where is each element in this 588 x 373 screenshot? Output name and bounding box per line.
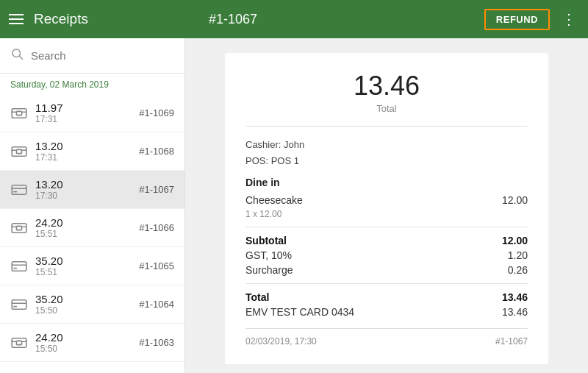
- search-bar: [0, 38, 184, 74]
- svg-rect-2: [12, 108, 26, 117]
- receipt-item-amount: 13.20: [35, 140, 132, 152]
- receipt-item-amount: 13.20: [35, 178, 132, 191]
- receipt-item-time: 15:51: [35, 267, 132, 277]
- receipt-item-time: 15:50: [35, 305, 132, 316]
- receipt-total-section: 13.46 Total: [245, 71, 528, 127]
- cashier-line: Cashier: John: [245, 137, 528, 153]
- cash-icon: [10, 146, 28, 157]
- divider-2: [245, 283, 528, 284]
- gst-value: 1.20: [508, 249, 528, 261]
- receipt-list-item[interactable]: 35.20 15:50#1-1064: [0, 285, 184, 324]
- dine-type: Dine in: [245, 177, 528, 188]
- receipt-total-label: Total: [245, 103, 528, 114]
- receipt-card: 13.46 Total Cashier: John POS: POS 1 Din…: [225, 53, 548, 364]
- header-right: REFUND ⋮: [484, 7, 579, 31]
- receipt-item-details: 35.20 15:50: [35, 293, 132, 316]
- hamburger-icon[interactable]: [9, 14, 24, 24]
- receipt-item-details: 13.20 17:31: [35, 140, 132, 163]
- item-row: Cheesecake 12.00: [245, 194, 528, 206]
- receipt-item-amount: 35.20: [35, 293, 132, 305]
- subtotal-value: 12.00: [502, 235, 528, 246]
- search-icon: [10, 47, 24, 64]
- receipt-list-item[interactable]: 24.20 15:51#1-1066: [0, 209, 184, 247]
- receipt-footer: 02/03/2019, 17:30 #1-1067: [245, 328, 528, 347]
- cash-icon: [10, 107, 28, 119]
- svg-line-1: [19, 56, 22, 59]
- divider-1: [245, 227, 528, 227]
- content-area: 13.46 Total Cashier: John POS: POS 1 Din…: [185, 38, 588, 373]
- app-header: Receipts #1-1067 REFUND ⋮: [0, 0, 588, 38]
- receipt-item-time: 17:31: [35, 152, 132, 163]
- receipt-item-amount: 24.20: [35, 331, 132, 344]
- svg-rect-13: [12, 223, 26, 232]
- payment-label: EMV TEST CARD 0434: [245, 306, 354, 318]
- receipt-item-amount: 35.20: [35, 255, 132, 267]
- card-icon: [10, 299, 28, 310]
- item-price: 12.00: [502, 194, 528, 206]
- receipt-item-time: 15:51: [35, 229, 132, 239]
- receipt-list-item[interactable]: 13.20 17:30#1-1067: [0, 171, 184, 209]
- refund-button[interactable]: REFUND: [484, 9, 550, 30]
- total-row-value: 13.46: [502, 291, 528, 303]
- receipt-item-amount: 11.97: [35, 102, 132, 114]
- receipt-list: 11.97 17:31#1-1069 13.20 17:31#1-1068 13…: [0, 94, 184, 362]
- receipt-item-id: #1-1067: [139, 184, 174, 195]
- svg-rect-10: [12, 185, 26, 193]
- subtotal-label: Subtotal: [245, 235, 287, 246]
- receipt-list-item[interactable]: 24.20 15:50#1-1063: [0, 324, 184, 362]
- gst-label: GST, 10%: [245, 249, 292, 261]
- item-name: Cheesecake: [245, 194, 303, 206]
- receipt-item-id: #1-1066: [139, 222, 174, 233]
- receipt-item-details: 13.20 17:30: [35, 178, 132, 201]
- svg-rect-7: [16, 149, 21, 153]
- header-left: Receipts: [9, 11, 194, 27]
- svg-rect-23: [12, 338, 26, 347]
- sidebar: Saturday, 02 March 2019 11.97 17:31#1-10…: [0, 38, 185, 373]
- item-sub: 1 x 12.00: [245, 209, 528, 219]
- receipt-item-id: #1-1065: [139, 260, 174, 271]
- cash-icon: [10, 337, 28, 349]
- receipt-item-id: #1-1064: [139, 299, 174, 310]
- receipt-item-id: #1-1068: [139, 146, 174, 157]
- app-title: Receipts: [34, 11, 88, 27]
- footer-date: 02/03/2019, 17:30: [245, 336, 317, 347]
- payment-row: EMV TEST CARD 0434 13.46: [245, 306, 528, 318]
- card-icon: [10, 260, 28, 272]
- receipt-list-item[interactable]: 35.20 15:51#1-1065: [0, 247, 184, 285]
- subtotal-row: Subtotal 12.00: [245, 235, 528, 246]
- receipt-item-details: 24.20 15:51: [35, 216, 132, 239]
- main-layout: Saturday, 02 March 2019 11.97 17:31#1-10…: [0, 38, 588, 373]
- footer-id: #1-1067: [495, 336, 528, 347]
- surcharge-value: 0.26: [508, 264, 528, 276]
- receipt-item-details: 11.97 17:31: [35, 102, 132, 124]
- receipt-meta: Cashier: John POS: POS 1: [245, 137, 528, 169]
- svg-rect-17: [12, 261, 26, 270]
- payment-value: 13.46: [502, 306, 528, 318]
- search-input[interactable]: [31, 49, 174, 62]
- surcharge-row: Surcharge 0.26: [245, 264, 528, 276]
- header-receipt-id: #1-1067: [209, 12, 257, 27]
- receipt-total-amount: 13.46: [245, 71, 528, 102]
- receipt-item-time: 17:31: [35, 114, 132, 124]
- gst-row: GST, 10% 1.20: [245, 249, 528, 261]
- surcharge-label: Surcharge: [245, 264, 293, 276]
- total-row: Total 13.46: [245, 291, 528, 303]
- header-center: #1-1067: [194, 12, 484, 27]
- receipt-list-item[interactable]: 11.97 17:31#1-1069: [0, 94, 184, 132]
- svg-rect-14: [16, 226, 21, 230]
- receipt-item-time: 15:50: [35, 344, 132, 354]
- svg-rect-3: [16, 111, 21, 115]
- receipt-item-amount: 24.20: [35, 216, 132, 229]
- pos-line: POS: POS 1: [245, 153, 528, 169]
- receipt-item-time: 17:30: [35, 191, 132, 201]
- card-icon: [10, 184, 28, 196]
- more-icon[interactable]: ⋮: [559, 7, 579, 31]
- svg-rect-24: [16, 341, 21, 344]
- receipt-item-id: #1-1069: [139, 107, 174, 118]
- date-header: Saturday, 02 March 2019: [0, 74, 184, 94]
- receipt-item-details: 35.20 15:51: [35, 255, 132, 277]
- receipt-item-id: #1-1063: [139, 337, 174, 348]
- svg-rect-20: [12, 299, 26, 308]
- receipt-list-item[interactable]: 13.20 17:31#1-1068: [0, 132, 184, 171]
- total-row-label: Total: [245, 291, 269, 303]
